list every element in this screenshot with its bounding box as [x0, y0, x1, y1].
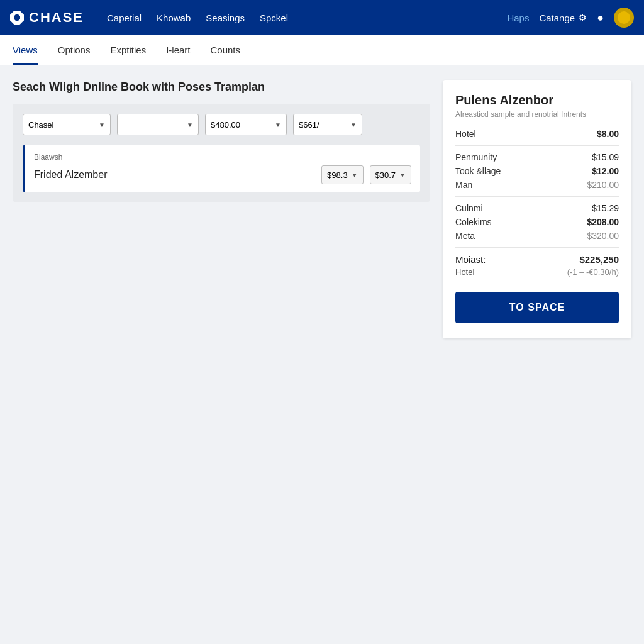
- nav-link-spckel[interactable]: Spckel: [260, 13, 288, 23]
- main-content: Seach Wligh Dnline Book with Poses Tramp…: [0, 65, 644, 644]
- price-label-penmunity: Penmunity: [455, 152, 497, 162]
- right-panel: Pulens Alzenbor Alreasticd sample and re…: [443, 80, 631, 338]
- result-price-dropdown-1[interactable]: $98.3 ▼: [321, 165, 363, 184]
- price-row-meta: Meta $320.00: [455, 231, 619, 241]
- price-label-man: Man: [455, 180, 472, 190]
- result-price-dropdown-2[interactable]: $30.7 ▼: [370, 165, 411, 184]
- page-title: Seach Wligh Dnline Book with Poses Tramp…: [13, 80, 430, 94]
- price-label-meta: Meta: [455, 231, 475, 241]
- price-value-man: $210.00: [587, 180, 619, 190]
- nav-right: Haps Catange ⚙ ●: [507, 8, 634, 28]
- search-area: Chasel ▼ ▼ $480.00 ▼ $661/ ▼ Blaawsh: [13, 104, 430, 202]
- avatar-inner: [618, 11, 630, 24]
- result-name: Frided Alzember: [34, 169, 108, 180]
- sub-navigation: Views Options Exptities I-leart Counts: [0, 35, 644, 65]
- chevron-down-icon: ▼: [187, 121, 193, 128]
- price-value-colekims: $208.00: [587, 217, 619, 227]
- left-panel: Seach Wligh Dnline Book with Poses Tramp…: [13, 80, 430, 629]
- filter-dropdown-4[interactable]: $661/ ▼: [293, 114, 362, 135]
- brand-name: CHASE: [29, 9, 84, 26]
- price-label-culnmi: Culnmi: [455, 203, 483, 213]
- result-row: Frided Alzember $98.3 ▼ $30.7 ▼: [34, 165, 411, 184]
- panel-title: Pulens Alzenbor: [455, 93, 619, 108]
- total-label: Moiast:: [455, 254, 486, 265]
- tab-exptities[interactable]: Exptities: [110, 35, 146, 65]
- price-row-culnmi: Culnmi $15.29: [455, 203, 619, 213]
- price-value-penmunity: $15.09: [592, 152, 619, 162]
- haps-link[interactable]: Haps: [507, 13, 529, 23]
- tab-ileart[interactable]: I-leart: [166, 35, 190, 65]
- tab-views[interactable]: Views: [13, 35, 38, 65]
- chevron-down-icon: ▼: [99, 121, 105, 128]
- price-label-colekims: Colekims: [455, 217, 492, 227]
- divider-2: [455, 196, 619, 197]
- filter-dropdown-2[interactable]: ▼: [117, 114, 199, 135]
- price-value-hotel: $8.00: [597, 129, 619, 139]
- price-row-penmunity: Penmunity $15.09: [455, 152, 619, 162]
- gear-icon: ⚙: [579, 13, 587, 23]
- avatar[interactable]: [614, 8, 634, 28]
- chevron-down-icon: ▼: [352, 172, 358, 179]
- price-value-took: $12.00: [592, 166, 619, 176]
- price-row-hotel: Hotel $8.00: [455, 129, 619, 139]
- top-navigation: CHASE Capetial Khowab Seasings Spckel Ha…: [0, 0, 644, 35]
- nav-link-khowab[interactable]: Khowab: [157, 13, 191, 23]
- chevron-down-icon: ▼: [350, 121, 357, 128]
- result-prices: $98.3 ▼ $30.7 ▼: [321, 165, 411, 184]
- search-icon[interactable]: ●: [597, 11, 604, 25]
- total-row: Moiast: $225,250: [455, 254, 619, 265]
- price-row-took: Took &llage $12.00: [455, 166, 619, 176]
- tab-options[interactable]: Options: [58, 35, 91, 65]
- total-value: $225,250: [579, 254, 619, 265]
- chevron-down-icon: ▼: [399, 172, 406, 179]
- sub-total-label: Hotel: [455, 267, 474, 277]
- result-label: Blaawsh: [34, 153, 411, 162]
- sub-total-row: Hotel (-1 – -€0.30/h): [455, 267, 619, 277]
- nav-link-capetial[interactable]: Capetial: [107, 13, 142, 23]
- price-label-took: Took &llage: [455, 166, 501, 176]
- chevron-down-icon: ▼: [275, 121, 281, 128]
- price-value-culnmi: $15.29: [592, 203, 619, 213]
- sub-total-value: (-1 – -€0.30/h): [567, 267, 619, 277]
- nav-links: Capetial Khowab Seasings Spckel: [107, 13, 507, 23]
- logo-area[interactable]: CHASE: [10, 9, 94, 26]
- divider-3: [455, 247, 619, 248]
- cta-button[interactable]: TO SPACE: [455, 292, 619, 323]
- price-row-colekims: Colekims $208.00: [455, 217, 619, 227]
- price-value-meta: $320.00: [587, 231, 619, 241]
- price-row-man: Man $210.00: [455, 180, 619, 190]
- filter-dropdown-3[interactable]: $480.00 ▼: [205, 114, 287, 135]
- result-card: Blaawsh Frided Alzember $98.3 ▼ $30.7 ▼: [23, 145, 420, 192]
- price-label-hotel: Hotel: [455, 129, 476, 139]
- chase-logo-icon: [10, 11, 24, 25]
- catange-link[interactable]: Catange ⚙: [539, 13, 587, 23]
- nav-link-seasings[interactable]: Seasings: [206, 13, 245, 23]
- tab-counts[interactable]: Counts: [211, 35, 241, 65]
- divider-1: [455, 145, 619, 146]
- filter-row: Chasel ▼ ▼ $480.00 ▼ $661/ ▼: [23, 114, 420, 135]
- panel-subtitle: Alreasticd sample and renotrial Intrents: [455, 110, 619, 119]
- filter-dropdown-1[interactable]: Chasel ▼: [23, 114, 111, 135]
